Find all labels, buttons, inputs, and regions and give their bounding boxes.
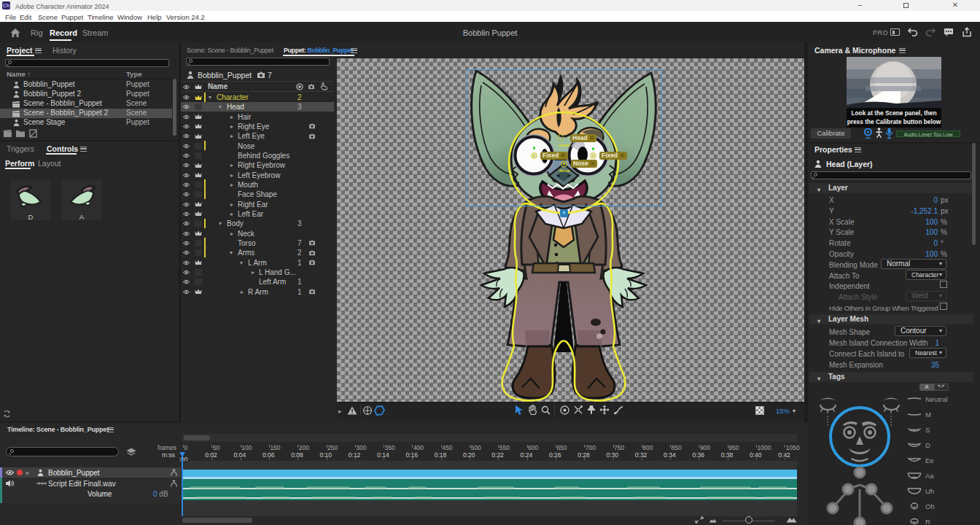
svg-text:Look at the Scene panel, then: Look at the Scene panel, then: [851, 109, 936, 117]
svg-text:press the Calibrate button bel: press the Calibrate button below: [847, 118, 941, 125]
